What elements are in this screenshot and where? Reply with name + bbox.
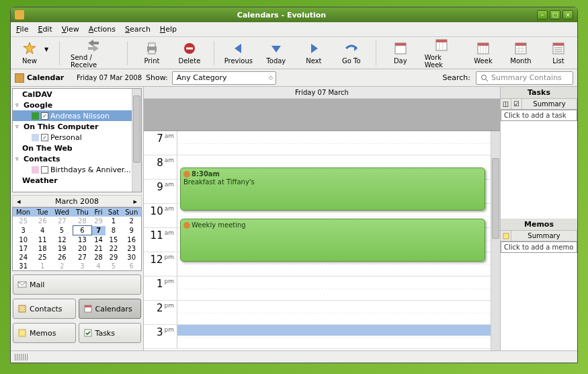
cal-day[interactable]: 9 [122,226,141,235]
cal-day[interactable]: 10 [13,235,34,245]
goto-button[interactable]: Go To [338,41,365,65]
memos-body[interactable] [501,253,577,350]
cal-day[interactable]: 5 [106,262,122,270]
cal-day[interactable]: 30 [122,253,141,262]
cal-day[interactable]: 14 [92,235,106,245]
cal-day[interactable]: 5 [51,226,73,235]
cal-day[interactable]: 13 [73,235,91,245]
cal-day[interactable]: 8 [106,226,122,235]
cal-day[interactable]: 11 [34,235,51,245]
menu-file[interactable]: File [16,25,28,34]
event-breakfast[interactable]: 8:30am Breakfast at Tiffany's [180,167,485,211]
col-icon[interactable] [501,231,511,241]
hour-row[interactable]: 2pm [144,301,491,325]
cal-day[interactable]: 25 [13,217,34,226]
calendars-button[interactable]: Calendars [79,299,142,319]
mini-calendar[interactable]: MonTueWedThuFriSatSun2526272829123456789… [12,207,142,271]
tree-google[interactable]: ▿Google [13,100,141,110]
col-summary[interactable]: Summary [522,99,577,109]
cal-day[interactable]: 22 [106,244,122,253]
cal-day[interactable]: 1 [34,262,51,270]
print-button[interactable]: Print [138,41,165,65]
col-icon[interactable]: ◫ [501,99,511,109]
memos-button[interactable]: Memos [13,323,76,343]
minimize-button[interactable]: – [537,10,548,20]
send-receive-button[interactable]: Send / Receive [71,38,116,69]
cal-day[interactable]: 6 [73,226,91,235]
cal-day[interactable]: 29 [92,217,106,226]
tree-scrollbar[interactable] [132,89,141,192]
add-memo-input[interactable]: Click to add a memo [501,241,577,253]
cal-day[interactable]: 12 [51,235,73,245]
cal-day[interactable]: 15 [106,235,122,245]
menu-help[interactable]: Help [160,25,177,34]
grid-scrollbar[interactable] [491,131,500,350]
menu-view[interactable]: View [62,25,79,34]
day-view-button[interactable]: Day [387,41,414,65]
today-button[interactable]: Today [263,41,290,65]
cal-day[interactable]: 18 [34,244,51,253]
prev-month-button[interactable]: ◂ [17,197,21,206]
month-view-button[interactable]: Month [507,41,534,65]
allday-area[interactable] [144,99,500,131]
cal-day[interactable]: 27 [73,253,91,262]
cal-day[interactable]: 20 [73,244,91,253]
cal-day[interactable]: 6 [122,262,141,270]
maximize-button[interactable]: □ [550,10,560,20]
hour-row[interactable]: 1pm [144,276,491,301]
tasks-body[interactable] [501,121,577,219]
add-task-input[interactable]: Click to add a task [501,110,577,121]
cal-day[interactable]: 2 [122,217,141,226]
tree-onthis[interactable]: ▿On This Computer [13,121,141,132]
tree-personal[interactable]: ✓Personal [13,132,141,143]
cal-day[interactable]: 31 [13,262,34,270]
list-view-button[interactable]: List [545,41,572,65]
cal-day[interactable]: 23 [122,244,141,253]
tasks-button[interactable]: Tasks [79,323,142,343]
col-summary[interactable]: Summary [511,231,577,241]
event-weekly-meeting[interactable]: Weekly meeting [180,219,485,262]
previous-button[interactable]: Previous [225,41,252,65]
menu-edit[interactable]: Edit [38,25,52,34]
checkbox[interactable] [41,166,48,174]
close-button[interactable]: × [562,10,573,20]
tree-caldav[interactable]: CalDAV [13,89,141,100]
calendar-tree[interactable]: CalDAV ▿Google ✓Andreas Nilsson ▿On This… [12,88,142,192]
search-input[interactable]: Summary Contains [476,71,573,85]
cal-day[interactable]: 26 [34,217,51,226]
cal-day[interactable]: 2 [51,262,73,270]
next-month-button[interactable]: ▸ [133,197,137,206]
expander-icon[interactable]: ▿ [15,102,22,108]
cal-day[interactable]: 21 [92,244,106,253]
cal-day[interactable]: 3 [73,262,91,270]
checkbox[interactable]: ✓ [41,112,48,120]
next-button[interactable]: Next [300,41,327,65]
new-dropdown-arrow[interactable]: ▼ [44,46,48,52]
col-done[interactable]: ☑ [511,99,522,109]
tree-weather[interactable]: Weather [13,175,141,186]
cal-day[interactable]: 26 [51,253,73,262]
cal-day[interactable]: 25 [34,253,51,262]
titlebar[interactable]: Calendars - Evolution – □ × [11,7,577,22]
checkbox[interactable]: ✓ [41,134,48,141]
cal-day[interactable]: 4 [34,226,51,235]
cal-day[interactable]: 28 [73,217,91,226]
cal-day[interactable]: 24 [13,253,34,262]
workweek-view-button[interactable]: Work Week [425,38,459,69]
cal-day[interactable]: 17 [13,244,34,253]
tree-andreas[interactable]: ✓Andreas Nilsson [13,110,141,121]
cal-day[interactable]: 28 [92,253,106,262]
category-combo[interactable]: Any Category ◇ [172,71,276,85]
mail-button[interactable]: Mail [13,274,141,295]
contacts-button[interactable]: Contacts [13,299,76,319]
menu-search[interactable]: Search [125,25,151,34]
hour-row[interactable]: 7am [144,131,491,155]
cal-day[interactable]: 16 [122,235,141,245]
expander-icon[interactable]: ▿ [15,155,22,162]
tree-birthdays[interactable]: Birthdays & Anniver... [13,164,141,175]
week-view-button[interactable]: Week [470,41,497,65]
cal-day[interactable]: 29 [106,253,122,262]
cal-day[interactable]: 27 [51,217,73,226]
menu-actions[interactable]: Actions [89,25,116,34]
expander-icon[interactable]: ▿ [15,123,22,130]
